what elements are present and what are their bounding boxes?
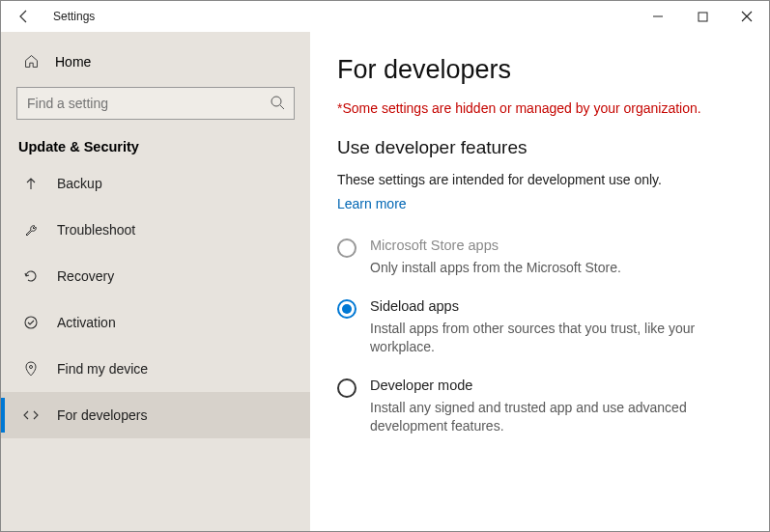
section-description: These settings are intended for developm… xyxy=(337,172,742,187)
section-header: Update & Security xyxy=(1,133,310,156)
sidebar-item-for-developers[interactable]: For developers xyxy=(1,392,310,438)
radio-button[interactable] xyxy=(337,378,356,398)
home-icon xyxy=(22,53,40,70)
svg-point-4 xyxy=(25,317,37,328)
sidebar-item-label: For developers xyxy=(57,407,147,423)
sidebar-item-label: Activation xyxy=(57,315,116,330)
code-icon xyxy=(22,407,40,423)
svg-point-2 xyxy=(271,97,281,106)
radio-button xyxy=(337,238,356,258)
option-description: Install apps from other sources that you… xyxy=(370,320,742,356)
sidebar-item-label: Backup xyxy=(57,176,102,191)
option-description: Only install apps from the Microsoft Sto… xyxy=(370,259,742,277)
learn-more-link[interactable]: Learn more xyxy=(337,196,407,211)
sidebar-item-label: Recovery xyxy=(57,268,114,284)
sidebar-item-activation[interactable]: Activation xyxy=(1,299,310,346)
search-icon xyxy=(270,95,285,114)
arrow-up-icon xyxy=(22,176,40,191)
section-subheading: Use developer features xyxy=(337,137,742,158)
sidebar-item-troubleshoot[interactable]: Troubleshoot xyxy=(1,207,310,253)
sidebar-item-label: Find my device xyxy=(57,361,148,377)
home-nav[interactable]: Home xyxy=(1,43,310,79)
svg-line-3 xyxy=(280,105,284,109)
minimize-button[interactable] xyxy=(636,1,680,32)
main-content: For developers *Some settings are hidden… xyxy=(310,32,769,531)
sidebar-item-find-my-device[interactable]: Find my device xyxy=(1,346,310,392)
sidebar-item-backup[interactable]: Backup xyxy=(1,162,310,207)
option-description: Install any signed and trusted app and u… xyxy=(370,399,742,435)
option-title: Sideload apps xyxy=(370,298,742,314)
svg-point-5 xyxy=(30,366,33,369)
option-title: Microsoft Store apps xyxy=(370,238,742,253)
wrench-icon xyxy=(22,222,40,238)
sidebar-item-label: Troubleshoot xyxy=(57,222,135,238)
sidebar-item-recovery[interactable]: Recovery xyxy=(1,253,310,299)
radio-option-sideload[interactable]: Sideload apps Install apps from other so… xyxy=(337,298,742,356)
radio-button[interactable] xyxy=(337,299,356,319)
location-icon xyxy=(22,361,40,377)
radio-option-store-apps: Microsoft Store apps Only install apps f… xyxy=(337,238,742,277)
window-title: Settings xyxy=(53,10,95,23)
radio-option-developer-mode[interactable]: Developer mode Install any signed and tr… xyxy=(337,378,742,435)
maximize-button[interactable] xyxy=(680,1,725,32)
home-label: Home xyxy=(55,54,91,70)
sidebar: Home Update & Security Windows Security … xyxy=(1,32,310,531)
search-input[interactable] xyxy=(16,87,295,120)
svg-rect-1 xyxy=(699,13,707,21)
policy-warning: *Some settings are hidden or managed by … xyxy=(337,100,742,116)
option-title: Developer mode xyxy=(370,378,742,393)
check-circle-icon xyxy=(22,315,40,330)
back-button[interactable] xyxy=(1,1,47,32)
history-icon xyxy=(22,268,40,284)
page-title: For developers xyxy=(337,55,742,85)
close-button[interactable] xyxy=(725,1,769,32)
